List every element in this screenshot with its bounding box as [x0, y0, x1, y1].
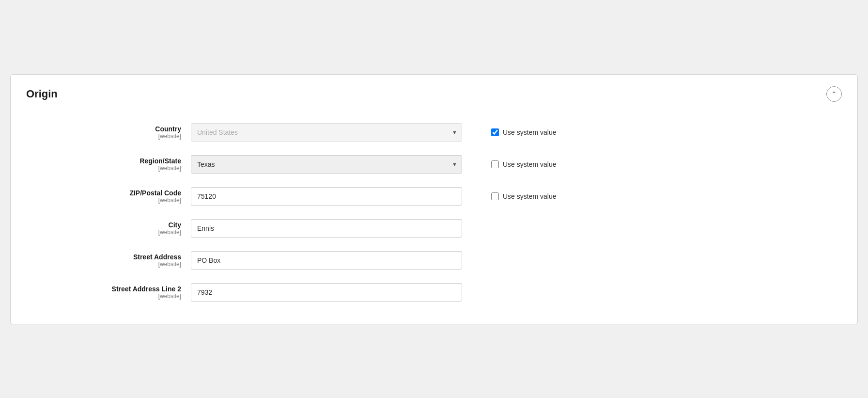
select-wrapper-region: TexasCaliforniaNew YorkFlorida▼ — [191, 155, 462, 174]
use-system-value-label-country[interactable]: Use system value — [491, 128, 556, 136]
select-wrapper-country: United StatesCanadaMexico▼ — [191, 123, 462, 142]
label-group-region: Region/State[website] — [26, 157, 191, 172]
label-country: Country — [26, 125, 181, 133]
control-street2 — [191, 283, 462, 302]
options-region: Use system value — [491, 160, 556, 168]
form-row-street1: Street Address[website] — [26, 244, 842, 276]
form-row-zip: ZIP/Postal Code[website]Use system value — [26, 180, 842, 212]
form-body: Country[website]United StatesCanadaMexic… — [26, 116, 842, 308]
use-system-value-checkbox-region[interactable] — [491, 160, 499, 168]
form-row-city: City[website] — [26, 212, 842, 244]
scope-zip: [website] — [26, 197, 181, 204]
use-system-value-text-region: Use system value — [503, 160, 556, 168]
options-country: Use system value — [491, 128, 556, 136]
control-city — [191, 219, 462, 238]
label-region: Region/State — [26, 157, 181, 165]
form-row-street2: Street Address Line 2[website] — [26, 276, 842, 308]
select-country[interactable]: United StatesCanadaMexico — [191, 123, 462, 142]
control-country: United StatesCanadaMexico▼ — [191, 123, 462, 142]
input-city[interactable] — [191, 219, 462, 238]
use-system-value-label-region[interactable]: Use system value — [491, 160, 556, 168]
use-system-value-checkbox-zip[interactable] — [491, 192, 499, 200]
input-street1[interactable] — [191, 251, 462, 270]
select-region[interactable]: TexasCaliforniaNew YorkFlorida — [191, 155, 462, 174]
use-system-value-text-country: Use system value — [503, 128, 556, 136]
collapse-button[interactable]: ⌃ — [826, 86, 842, 102]
control-zip — [191, 187, 462, 206]
use-system-value-text-zip: Use system value — [503, 192, 556, 200]
origin-panel: Origin ⌃ Country[website]United StatesCa… — [10, 74, 858, 324]
label-zip: ZIP/Postal Code — [26, 189, 181, 197]
label-group-street1: Street Address[website] — [26, 253, 191, 268]
scope-region: [website] — [26, 165, 181, 172]
control-region: TexasCaliforniaNew YorkFlorida▼ — [191, 155, 462, 174]
label-group-street2: Street Address Line 2[website] — [26, 285, 191, 300]
label-city: City — [26, 221, 181, 229]
scope-street1: [website] — [26, 261, 181, 268]
use-system-value-label-zip[interactable]: Use system value — [491, 192, 556, 200]
label-street2: Street Address Line 2 — [26, 285, 181, 293]
panel-header: Origin ⌃ — [26, 86, 842, 102]
control-street1 — [191, 251, 462, 270]
input-zip[interactable] — [191, 187, 462, 206]
form-row-region: Region/State[website]TexasCaliforniaNew … — [26, 148, 842, 180]
use-system-value-checkbox-country[interactable] — [491, 128, 499, 136]
scope-street2: [website] — [26, 293, 181, 300]
label-group-country: Country[website] — [26, 125, 191, 140]
options-zip: Use system value — [491, 192, 556, 200]
scope-country: [website] — [26, 133, 181, 140]
panel-title: Origin — [26, 88, 58, 100]
label-group-zip: ZIP/Postal Code[website] — [26, 189, 191, 204]
input-street2[interactable] — [191, 283, 462, 302]
label-street1: Street Address — [26, 253, 181, 261]
form-row-country: Country[website]United StatesCanadaMexic… — [26, 116, 842, 148]
label-group-city: City[website] — [26, 221, 191, 236]
scope-city: [website] — [26, 229, 181, 236]
